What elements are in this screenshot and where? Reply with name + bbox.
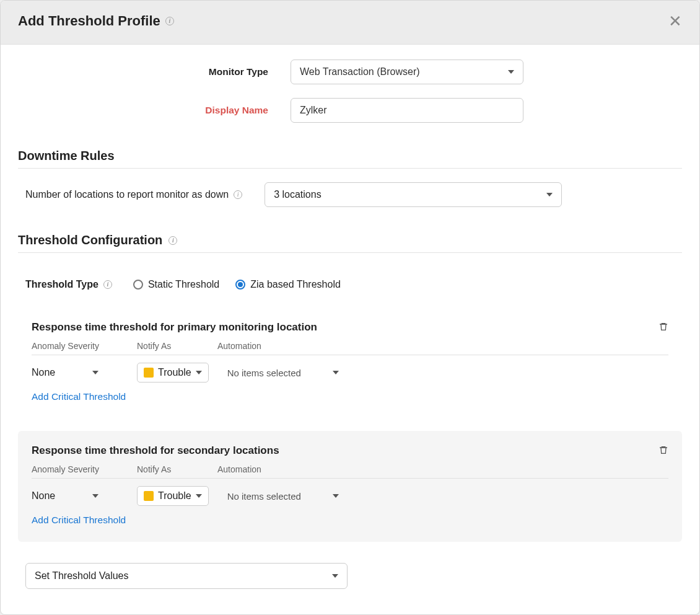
radio-icon: [235, 280, 245, 290]
downtime-rules-title-text: Downtime Rules: [18, 149, 115, 163]
col-anomaly-header: Anomaly Severity: [32, 464, 137, 474]
display-name-input[interactable]: Zylker: [291, 98, 523, 123]
downtime-rules-title: Downtime Rules: [18, 149, 682, 163]
primary-threshold-heading: Response time threshold for primary moni…: [32, 321, 668, 334]
monitor-type-label: Monitor Type: [18, 66, 291, 77]
locations-label-text: Number of locations to report monitor as…: [25, 189, 229, 200]
col-automation-header: Automation: [217, 341, 668, 351]
chevron-down-icon: [333, 494, 339, 498]
col-notify-header: Notify As: [137, 464, 217, 474]
threshold-config-title-text: Threshold Configuration: [18, 233, 162, 247]
display-name-label: Display Name: [18, 105, 291, 116]
primary-notify-select[interactable]: Trouble: [137, 363, 209, 383]
secondary-add-critical-link[interactable]: Add Critical Threshold: [32, 515, 668, 526]
column-headers: Anomaly Severity Notify As Automation: [32, 464, 668, 479]
info-icon[interactable]: i: [103, 280, 112, 289]
info-icon[interactable]: i: [165, 17, 174, 25]
primary-automation-value: No items selected: [227, 368, 301, 378]
trouble-swatch-icon: [144, 491, 154, 501]
secondary-notify-select[interactable]: Trouble: [137, 486, 209, 506]
info-icon[interactable]: i: [234, 190, 242, 199]
threshold-config-title: Threshold Configuration i: [18, 233, 682, 247]
monitor-type-select[interactable]: Web Transaction (Browser): [291, 60, 523, 84]
trouble-swatch-icon: [144, 368, 154, 378]
radio-icon: [133, 280, 143, 290]
threshold-type-label: Threshold Type i: [25, 279, 112, 290]
col-notify-header: Notify As: [137, 341, 217, 351]
primary-notify-value: Trouble: [158, 367, 191, 378]
secondary-notify-value: Trouble: [158, 490, 191, 502]
monitor-type-row: Monitor Type Web Transaction (Browser): [18, 60, 682, 84]
delete-secondary-button[interactable]: [658, 445, 668, 458]
primary-add-critical-link[interactable]: Add Critical Threshold: [32, 391, 668, 402]
locations-value: 3 locations: [274, 189, 322, 200]
primary-threshold-block: Response time threshold for primary moni…: [18, 308, 682, 418]
column-headers: Anomaly Severity Notify As Automation: [32, 341, 668, 355]
chevron-down-icon: [333, 371, 339, 374]
chevron-down-icon: [92, 494, 98, 498]
static-threshold-radio[interactable]: Static Threshold: [133, 279, 219, 290]
col-anomaly-header: Anomaly Severity: [32, 341, 137, 351]
display-name-row: Display Name Zylker: [18, 98, 682, 123]
chevron-down-icon: [332, 574, 338, 578]
secondary-anomaly-value: None: [32, 490, 55, 502]
display-name-value: Zylker: [300, 105, 327, 116]
locations-label: Number of locations to report monitor as…: [18, 189, 242, 200]
secondary-anomaly-select[interactable]: None: [32, 490, 106, 502]
threshold-type-row: Threshold Type i Static Threshold Zia ba…: [18, 267, 682, 295]
primary-row: None Trouble No items selected: [32, 363, 668, 383]
trash-icon: [658, 445, 668, 456]
secondary-automation-value: No items selected: [227, 491, 301, 502]
zia-threshold-label: Zia based Threshold: [250, 279, 341, 290]
modal-title-text: Add Threshold Profile: [18, 13, 160, 29]
divider: [18, 168, 682, 169]
divider: [18, 252, 682, 253]
secondary-threshold-heading: Response time threshold for secondary lo…: [32, 445, 668, 457]
monitor-type-value: Web Transaction (Browser): [300, 66, 420, 77]
locations-row: Number of locations to report monitor as…: [18, 182, 682, 207]
secondary-row: None Trouble No items selected: [32, 486, 668, 506]
modal-title: Add Threshold Profile i: [18, 13, 174, 29]
info-icon[interactable]: i: [168, 236, 177, 245]
close-icon[interactable]: ✕: [668, 13, 682, 29]
secondary-automation-select[interactable]: No items selected: [227, 491, 339, 502]
primary-automation-select[interactable]: No items selected: [227, 368, 339, 378]
primary-anomaly-value: None: [32, 367, 55, 378]
static-threshold-label: Static Threshold: [148, 279, 219, 290]
chevron-down-icon: [508, 70, 514, 74]
col-automation-header: Automation: [217, 464, 668, 474]
modal-header: Add Threshold Profile i ✕: [1, 1, 699, 45]
chevron-down-icon: [546, 193, 553, 197]
chevron-down-icon: [196, 371, 202, 374]
secondary-threshold-block: Response time threshold for secondary lo…: [18, 431, 682, 542]
threshold-type-label-text: Threshold Type: [25, 279, 98, 290]
chevron-down-icon: [196, 494, 202, 498]
add-threshold-profile-modal: Add Threshold Profile i ✕ Monitor Type W…: [0, 0, 700, 615]
set-threshold-values-select[interactable]: Set Threshold Values: [25, 563, 348, 589]
chevron-down-icon: [92, 371, 98, 374]
delete-primary-button[interactable]: [658, 321, 668, 334]
locations-select[interactable]: 3 locations: [265, 182, 562, 207]
set-threshold-values-label: Set Threshold Values: [35, 570, 129, 582]
zia-threshold-radio[interactable]: Zia based Threshold: [235, 279, 341, 290]
primary-anomaly-select[interactable]: None: [32, 367, 106, 378]
trash-icon: [658, 321, 668, 332]
threshold-type-radio-group: Static Threshold Zia based Threshold: [133, 279, 341, 290]
modal-body: Monitor Type Web Transaction (Browser) D…: [1, 45, 699, 614]
